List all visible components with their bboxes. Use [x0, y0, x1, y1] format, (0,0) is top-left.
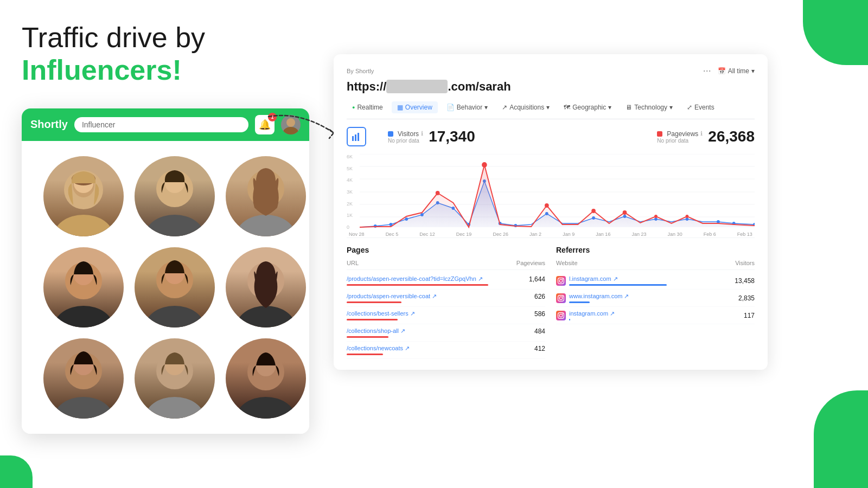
nav-technology[interactable]: 🖥 Technology ▾ [620, 101, 678, 113]
instagram-icon-3 [556, 311, 566, 320]
page-url-5[interactable]: /collections/newcoats ↗ [347, 345, 534, 355]
influencer-avatar-4[interactable] [43, 247, 124, 328]
svg-point-74 [559, 314, 562, 317]
influencer-avatar-9[interactable] [226, 338, 306, 419]
influencer-avatar-5[interactable] [135, 247, 215, 328]
nav-behavior-label: Behavior [457, 104, 482, 111]
svg-point-60 [436, 191, 440, 195]
influencer-grid [22, 141, 309, 434]
time-filter-label: All time [728, 67, 749, 75]
svg-point-22 [54, 397, 113, 419]
page-url-2[interactable]: /products/aspen-reversible-coat ↗ [347, 293, 534, 303]
analytics-nav: ● Realtime ▦ Overview 📄 Behavior ▾ ↗ Acq… [347, 101, 755, 119]
svg-point-2 [54, 215, 113, 236]
referrer-name-2[interactable]: www.instagram.com ↗ [569, 293, 629, 300]
svg-point-28 [236, 397, 296, 419]
referrer-name-3[interactable]: instagram.com ↗ [569, 310, 615, 317]
nav-behavior[interactable]: 📄 Behavior ▾ [441, 101, 493, 113]
svg-rect-73 [558, 312, 564, 318]
referrer-value-1: 13,458 [735, 277, 755, 285]
svg-point-72 [562, 296, 563, 297]
svg-rect-70 [558, 295, 564, 301]
analytics-panel: By Shortly ··· 📅 All time ▾ https://████… [334, 54, 768, 370]
svg-rect-33 [358, 133, 359, 141]
svg-point-16 [145, 306, 205, 328]
analytics-top-bar: By Shortly ··· 📅 All time ▾ [347, 65, 755, 76]
pages-section: Pages URL Pageviews /products/aspen-reve… [347, 246, 545, 359]
svg-point-68 [559, 279, 562, 282]
referrer-left-1: l.instagram.com ↗ [556, 275, 667, 286]
visitors-subtext: No prior data [388, 138, 423, 144]
nav-geographic[interactable]: 🗺 Geographic ▾ [558, 101, 617, 113]
nav-acquisitions-label: Acquisitions [509, 104, 544, 111]
page-value-4: 484 [534, 328, 545, 335]
influencer-avatar-1[interactable] [43, 156, 124, 236]
svg-point-63 [591, 209, 596, 213]
y-axis-labels: 6K5K4K3K2K1K0 [347, 154, 353, 230]
by-shortly-label: By Shortly [347, 68, 374, 74]
page-value-5: 412 [534, 345, 545, 352]
influencer-avatar-3[interactable] [226, 156, 306, 236]
influencer-avatar-7[interactable] [43, 338, 124, 419]
pages-table-header: URL Pageviews [347, 260, 545, 270]
referrer-row-1: l.instagram.com ↗ 13,458 [556, 272, 755, 290]
shortly-logo: Shortly [30, 118, 68, 131]
svg-point-69 [562, 279, 563, 280]
headline-highlight: Influencers! [22, 54, 182, 86]
page-row-1: /products/aspen-reversible-coat?tid=lczZ… [347, 272, 545, 290]
nav-overview[interactable]: ▦ Overview [392, 101, 438, 113]
bg-decoration-top-right [803, 0, 868, 65]
metrics-row: Visitors ℹ No prior data 17,340 Pageview… [347, 127, 755, 146]
svg-point-65 [654, 215, 658, 218]
influencer-avatar-8[interactable] [135, 338, 215, 419]
referrer-left-2: www.instagram.com ↗ [556, 293, 629, 303]
more-options-button[interactable]: ··· [703, 65, 711, 76]
referrer-row-2: www.instagram.com ↗ 2,835 [556, 290, 755, 307]
time-filter-button[interactable]: 📅 All time ▾ [718, 67, 755, 75]
svg-rect-31 [352, 136, 354, 141]
influencer-avatar-2[interactable] [135, 156, 215, 236]
pageviews-col-header: Pageviews [516, 260, 545, 266]
page-value-2: 626 [534, 293, 545, 300]
pageviews-subtext: No prior data [657, 138, 703, 144]
page-url-1[interactable]: /products/aspen-reversible-coat?tid=lczZ… [347, 275, 529, 286]
visitors-col-header: Visitors [735, 260, 755, 266]
page-url-4[interactable]: /collections/shop-all ↗ [347, 328, 534, 338]
instagram-icon-2 [556, 293, 566, 303]
chart-icon [347, 127, 366, 146]
expand-icon: ⤢ [687, 104, 692, 111]
referrer-name-1[interactable]: l.instagram.com ↗ [569, 275, 667, 282]
left-panel: Traffic drive by Influencers! Shortly In… [22, 22, 347, 434]
referrers-title: Referrers [556, 246, 755, 254]
search-input[interactable]: Influencer [74, 117, 248, 132]
bg-decoration-bottom-right [814, 390, 868, 488]
nav-events[interactable]: ⤢ Events [681, 101, 720, 113]
nav-technology-label: Technology [634, 104, 667, 111]
map-icon: 🗺 [564, 104, 570, 111]
pageviews-value: 26,368 [708, 128, 755, 145]
bg-decoration-bottom-left [0, 455, 33, 488]
nav-acquisitions[interactable]: ↗ Acquisitions ▾ [496, 101, 555, 113]
page-value-3: 586 [534, 310, 545, 318]
headline-prefix: Traffic drive by [22, 22, 205, 53]
referrer-value-3: 117 [744, 312, 755, 319]
pages-title: Pages [347, 246, 545, 254]
svg-point-13 [54, 306, 113, 328]
headline: Traffic drive by Influencers! [22, 22, 347, 87]
chart-x-labels: Nov 28Dec 5Dec 12Dec 19Dec 26 Jan 2Jan 9… [347, 232, 755, 237]
svg-point-75 [562, 313, 563, 314]
svg-point-19 [236, 306, 296, 328]
nav-realtime[interactable]: ● Realtime [347, 101, 388, 113]
svg-point-25 [145, 397, 205, 419]
page-value-1: 1,644 [529, 275, 545, 283]
referrer-left-3: instagram.com ↗ [556, 310, 615, 320]
visitors-value: 17,340 [429, 128, 475, 145]
nav-geographic-label: Geographic [572, 104, 606, 111]
referrer-row-3: instagram.com ↗ 117 [556, 307, 755, 324]
bottom-sections: Pages URL Pageviews /products/aspen-reve… [347, 246, 755, 359]
arrow-icon: ↗ [502, 104, 507, 111]
referrers-table-header: Website Visitors [556, 260, 755, 270]
page-url-3[interactable]: /collections/best-sellers ↗ [347, 310, 534, 320]
influencer-avatar-6[interactable] [226, 247, 306, 328]
monitor-icon: 🖥 [626, 104, 632, 111]
